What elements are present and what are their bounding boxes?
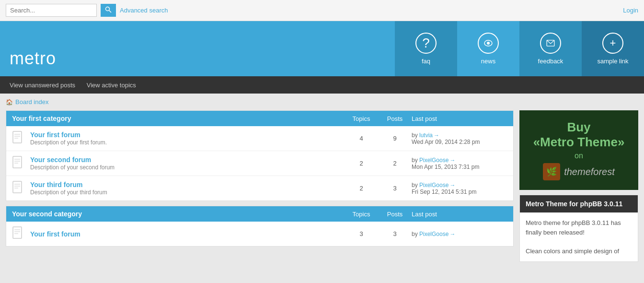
forum-lastpost: by PixelGoose→ Fri Sep 12, 2014 5:31 pm: [412, 182, 507, 195]
svg-rect-9: [13, 156, 22, 168]
forum-topics-count: 2: [345, 185, 378, 192]
hero-tile-faq[interactable]: ? faq: [395, 21, 457, 76]
sample-label: sample link: [597, 58, 628, 65]
svg-rect-5: [13, 131, 22, 143]
sidebar-ad: Buy «Metro Theme» on 🌿 themeforest: [519, 110, 638, 190]
lastpost-date: Mon Apr 15, 2013 7:31 pm: [412, 164, 479, 170]
feedback-icon: [540, 33, 561, 54]
category-2-posts-header: Posts: [378, 211, 412, 218]
forum-topics-count: 2: [345, 160, 378, 167]
board-index-link[interactable]: Board index: [15, 98, 48, 106]
sample-icon: +: [602, 33, 623, 54]
category-1: Your first category Topics Posts Last po…: [6, 110, 514, 201]
forum-posts-count: 2: [378, 160, 412, 167]
category-1-name: Your first category: [12, 115, 345, 122]
nav-unanswered[interactable]: View unanswered posts: [5, 76, 80, 94]
ad-buy-text: Buy: [529, 120, 629, 135]
nav-bar: View unanswered posts View active topics: [0, 76, 644, 94]
tf-name: themeforest: [564, 166, 615, 177]
svg-rect-13: [13, 181, 22, 193]
hero-tiles: ? faq news feedback + sample lin: [395, 21, 644, 76]
advanced-search-link[interactable]: Advanced search: [120, 7, 168, 14]
forum-info: Your first forum Description of your fir…: [30, 131, 345, 146]
svg-rect-17: [13, 227, 22, 238]
forum-icon: [12, 156, 25, 171]
news-label: news: [481, 58, 495, 65]
forum-desc: Description of your first forum.: [30, 139, 107, 146]
forum-name-link[interactable]: Your second forum: [30, 156, 345, 164]
lastpost-user-link[interactable]: lutvia: [419, 132, 433, 139]
forum-row: Your first forum Description of your fir…: [6, 126, 513, 151]
forum-desc: Description of your third forum: [30, 189, 107, 196]
sidebar: Buy «Metro Theme» on 🌿 themeforest Metro…: [519, 110, 638, 262]
forum-info: Your third forum Description of your thi…: [30, 181, 345, 196]
hero-tile-feedback[interactable]: feedback: [519, 21, 582, 76]
faq-label: faq: [422, 58, 430, 65]
main-layout: Your first category Topics Posts Last po…: [0, 110, 644, 268]
svg-point-3: [487, 42, 490, 45]
sidebar-info-header: Metro Theme for phpBB 3.0.11: [520, 195, 638, 212]
forum-lastpost: by lutvia→ Wed Apr 09, 2014 2:28 pm: [412, 132, 507, 145]
arrow-icon: →: [434, 132, 439, 139]
search-input[interactable]: [6, 4, 97, 17]
forum-row: Your second forum Description of your se…: [6, 151, 513, 176]
lastpost-user-link[interactable]: PixelGoose: [419, 157, 448, 164]
forum-icon: [12, 226, 25, 241]
sidebar-info-body: Metro theme for phpBB 3.0.11 has finally…: [520, 212, 638, 261]
forum-lastpost: by PixelGoose→ Mon Apr 15, 2013 7:31 pm: [412, 157, 507, 170]
forum-posts-count: 3: [378, 185, 412, 192]
tf-logo: 🌿 themeforest: [529, 163, 629, 180]
tf-icon: 🌿: [543, 163, 560, 180]
category-1-posts-header: Posts: [378, 115, 412, 122]
category-1-header: Your first category Topics Posts Last po…: [6, 111, 513, 126]
hero-tile-news[interactable]: news: [457, 21, 519, 76]
category-2: Your second category Topics Posts Last p…: [6, 206, 514, 247]
arrow-icon: →: [449, 157, 455, 164]
forum-name-link[interactable]: Your first forum: [30, 131, 345, 139]
login-link[interactable]: Login: [623, 7, 638, 14]
nav-active-topics[interactable]: View active topics: [82, 76, 141, 94]
category-2-header: Your second category Topics Posts Last p…: [6, 206, 513, 222]
forum-row: Your first forum 3 3 by PixelGoose→: [6, 222, 513, 246]
hero-main: metro: [0, 21, 395, 76]
lastpost-user-link[interactable]: PixelGoose: [419, 231, 448, 237]
forum-icon: [12, 181, 25, 196]
ad-theme-text: «Metro Theme»: [529, 135, 629, 150]
hero-area: metro ? faq news feedback: [0, 21, 644, 76]
breadcrumb: 🏠 Board index: [0, 94, 644, 110]
sidebar-info: Metro Theme for phpBB 3.0.11 Metro theme…: [519, 195, 638, 262]
forum-desc: Description of your second forum: [30, 164, 115, 171]
forum-topics-count: 4: [345, 135, 378, 142]
forum-info: Your second forum Description of your se…: [30, 156, 345, 171]
forum-posts-count: 3: [378, 230, 412, 237]
forum-lastpost: by PixelGoose→: [412, 231, 507, 237]
lastpost-date: Wed Apr 09, 2014 2:28 pm: [412, 139, 480, 145]
forum-posts-count: 9: [378, 135, 412, 142]
news-icon: [478, 33, 499, 54]
forum-info: Your first forum: [30, 230, 345, 238]
forum-name-link[interactable]: Your third forum: [30, 181, 345, 189]
hero-tile-sample[interactable]: + sample link: [582, 21, 644, 76]
search-wrapper: Advanced search: [6, 4, 168, 17]
arrow-icon: →: [449, 231, 455, 237]
forum-name-link[interactable]: Your first forum: [30, 230, 345, 238]
sidebar-info-text2: Clean colors and simple design of: [526, 247, 632, 256]
lastpost-date: Fri Sep 12, 2014 5:31 pm: [412, 189, 476, 195]
site-title: metro: [10, 48, 56, 69]
svg-line-1: [109, 11, 112, 13]
category-2-topics-header: Topics: [345, 211, 378, 218]
lastpost-user-link[interactable]: PixelGoose: [419, 182, 448, 189]
ad-on-text: on: [529, 152, 629, 160]
home-icon: 🏠: [6, 99, 13, 106]
search-button[interactable]: [101, 4, 116, 17]
forum-topics-count: 3: [345, 230, 378, 237]
forum-row: Your third forum Description of your thi…: [6, 176, 513, 200]
category-1-topics-header: Topics: [345, 115, 378, 122]
faq-icon: ?: [415, 33, 437, 54]
category-1-lastpost-header: Last post: [412, 115, 507, 122]
forum-section: Your first category Topics Posts Last po…: [6, 110, 514, 262]
feedback-label: feedback: [538, 58, 564, 65]
top-bar: Advanced search Login: [0, 0, 644, 21]
category-2-lastpost-header: Last post: [412, 211, 507, 218]
category-2-name: Your second category: [12, 210, 345, 218]
